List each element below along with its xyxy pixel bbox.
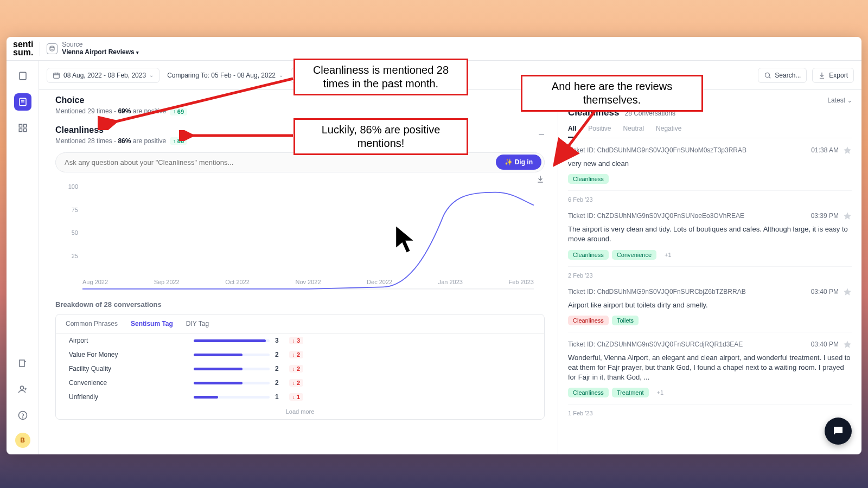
star-icon[interactable] — [843, 287, 852, 296]
date-range-chip[interactable]: 08 Aug, 2022 - 08 Feb, 2023 ⌄ — [47, 68, 159, 83]
tab-positive[interactable]: Positive — [588, 125, 611, 138]
tag-row[interactable]: Convenience22 — [56, 376, 544, 390]
load-more[interactable]: Load more — [56, 404, 544, 419]
tag-row[interactable]: Unfriendly11 — [56, 390, 544, 404]
star-icon[interactable] — [843, 146, 852, 155]
export-icon[interactable] — [14, 355, 31, 372]
compare-chip[interactable]: Comparing To: 05 Feb - 08 Aug, 2022 ⌄ — [165, 68, 285, 82]
tab-negative[interactable]: Negative — [656, 125, 681, 138]
topbar: sentisum. Source Vienna Airport Reviews … — [7, 37, 861, 61]
chart-download-icon[interactable] — [536, 175, 545, 183]
source-selector[interactable]: Source Vienna Airport Reviews ▾ — [47, 41, 139, 55]
add-user-icon[interactable] — [14, 381, 31, 398]
svg-rect-14 — [54, 73, 60, 78]
database-icon — [47, 43, 58, 54]
nav-book-icon[interactable] — [14, 67, 31, 85]
svg-rect-6 — [23, 124, 26, 127]
star-icon[interactable] — [843, 211, 852, 220]
search-button[interactable]: Search... — [758, 68, 807, 83]
tag-row[interactable]: Value For Money22 — [56, 348, 544, 362]
nav-dashboard-icon[interactable] — [14, 119, 31, 137]
svg-line-19 — [769, 76, 771, 78]
export-button[interactable]: Export — [812, 68, 854, 83]
svg-rect-1 — [20, 72, 26, 80]
tab-diy-tag[interactable]: DIY Tag — [186, 320, 209, 328]
help-icon[interactable] — [14, 407, 31, 424]
conversation-item[interactable]: Ticket ID: ChdDSUhNMG9nS0VJQ0FnSURCbjZ6b… — [568, 280, 852, 332]
svg-rect-8 — [23, 129, 26, 132]
user-avatar[interactable]: B — [15, 433, 30, 448]
nav-selected-icon[interactable] — [14, 93, 31, 111]
dig-in-button[interactable]: ✨ Dig in — [496, 155, 541, 170]
tab-neutral[interactable]: Neutral — [623, 125, 644, 138]
svg-point-13 — [22, 418, 23, 418]
logo: sentisum. — [13, 41, 33, 56]
annotation-3: And here are the reviews themselves. — [521, 75, 703, 112]
app-window: sentisum. Source Vienna Airport Reviews … — [7, 37, 861, 454]
chat-fab[interactable] — [825, 418, 852, 445]
search-icon — [764, 72, 771, 79]
svg-point-0 — [50, 46, 54, 48]
tag-row[interactable]: Facility Quality22 — [56, 362, 544, 376]
topic-choice[interactable]: Choice Mentioned 29 times - 69% are posi… — [55, 95, 545, 115]
line-chart: 100 75 50 25 Aug 2022 Sep 2022 — [55, 183, 545, 292]
date-separator: 1 Feb '23 — [568, 404, 852, 418]
star-icon[interactable] — [843, 340, 852, 349]
tab-common-phrases[interactable]: Common Phrases — [66, 320, 118, 328]
conversation-item[interactable]: Ticket ID: ChZDSUhNMG9nS0VJQ0FnSURCdjRQR… — [568, 332, 852, 405]
sort-latest[interactable]: Latest ⌄ — [827, 97, 852, 104]
conversation-item[interactable]: Ticket ID: ChZDSUhNMG9nS0VJQ0FnSUNoeEo3O… — [568, 204, 852, 266]
breakdown-card: Common Phrases Sentisum Tag DIY Tag Airp… — [55, 314, 545, 420]
annotation-1: Cleanliness is mentioned 28 times in the… — [293, 59, 468, 95]
svg-rect-5 — [19, 124, 22, 127]
calendar-icon — [53, 72, 60, 79]
svg-point-9 — [20, 386, 23, 389]
left-rail: B — [7, 61, 39, 454]
date-separator: 6 Feb '23 — [568, 191, 852, 204]
tab-all[interactable]: All — [568, 125, 576, 138]
chart-svg — [82, 183, 534, 290]
conversations-panel: All Convers Latest ⌄ Cleanliness 28 Conv… — [558, 90, 861, 454]
ask-input[interactable] — [55, 152, 545, 172]
annotation-2: Luckily, 86% are positive mentions! — [293, 118, 468, 155]
conversation-item[interactable]: Ticket ID: ChdDSUhNMG9nS0VJQ0FnSUNoM0szT… — [568, 138, 852, 191]
tab-sentisum-tag[interactable]: Sentisum Tag — [131, 320, 173, 328]
breakdown-title: Breakdown of 28 conversations — [55, 300, 545, 309]
tag-row[interactable]: Airport33 — [56, 333, 544, 348]
svg-rect-7 — [19, 129, 22, 132]
collapse-icon[interactable]: − — [538, 129, 545, 141]
download-icon — [818, 72, 826, 79]
svg-point-18 — [765, 73, 770, 77]
date-separator: 2 Feb '23 — [568, 267, 852, 280]
